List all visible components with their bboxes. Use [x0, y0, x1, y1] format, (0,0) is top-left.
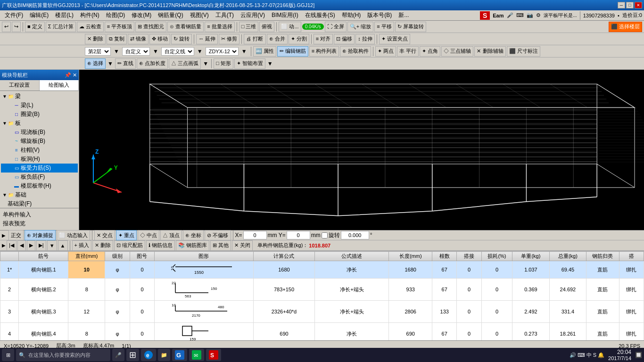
btn-flat[interactable]: ≡ 平移 [374, 22, 394, 32]
btn-select[interactable]: ⊕ 选择 [85, 58, 106, 69]
btn-point-angle[interactable]: ✦ 点角 [420, 46, 440, 57]
btn-ortho[interactable]: 正交 [8, 230, 24, 240]
btn-extend[interactable]: ↔ 延伸 [196, 34, 218, 44]
btn-member-list[interactable]: ≡ 构件列表 [309, 46, 339, 57]
app-btn-edge[interactable]: e [141, 349, 156, 361]
btn-merge[interactable]: ⊕ 合并 [267, 34, 288, 44]
tree-item-spiral-slab[interactable]: ~ 螺旋板(B) [1, 137, 78, 146]
btn-down[interactable]: ▼ [47, 240, 57, 251]
custom-select[interactable]: 自定义 [122, 47, 150, 56]
menu-edit[interactable]: 编辑(E) [27, 10, 51, 20]
tree-item-beam[interactable]: ▼ 📁 梁 [1, 92, 78, 101]
btn-other[interactable]: ⊞ 其他 [210, 240, 231, 251]
tree-item-floor-strip[interactable]: ▬ 楼层板带(H) [1, 181, 78, 190]
btn-last[interactable]: ▶| [36, 240, 46, 251]
x-input[interactable] [243, 231, 267, 239]
btn-copy[interactable]: ⧉ 复制 [107, 34, 127, 44]
tree-item-report[interactable]: 报表预览 [2, 219, 77, 228]
btn-split[interactable]: ✦ 分割 [289, 34, 309, 44]
close-button[interactable]: ✕ [635, 2, 642, 8]
expand-foundation[interactable]: ▼ [2, 192, 8, 197]
btn-edit-rebar[interactable]: ✏ 编辑钢筋 [277, 46, 308, 57]
menu-draw[interactable]: 绘图(D) [103, 10, 128, 20]
menu-bim[interactable]: BIM应用(I) [269, 10, 301, 20]
btn-batch-select[interactable]: ≡ 批量选择 [205, 22, 234, 32]
tree-item-found-beam[interactable]: 基础梁(F) [1, 199, 78, 208]
tree-item-foundation[interactable]: ▼ 📁 基础 [1, 190, 78, 199]
floor-select[interactable]: 第2层 [85, 47, 111, 56]
btn-scale-rebar[interactable]: ⊡ 缩尺配筋 [114, 240, 145, 251]
app-btn-5[interactable]: ✉ [189, 349, 204, 361]
table-row[interactable]: 3 横向钢筋.3 12 φ 0 10 2170 480 2326+40*d 净长… [0, 301, 644, 323]
btn-prev[interactable]: ◀ [17, 240, 26, 251]
btn-up[interactable]: ▲ [58, 240, 68, 251]
menu-version[interactable]: 版本号(B) [364, 10, 395, 20]
code-select[interactable]: ZDYX-12 [206, 47, 239, 56]
btn-insert[interactable]: + 插入 [72, 240, 91, 251]
settings-icon[interactable]: ⚙ [536, 12, 541, 18]
btn-rotate-screen[interactable]: ↻ 屏幕旋转 [395, 22, 426, 32]
menu-file[interactable]: 文件(F) [2, 10, 26, 20]
btn-next-nav[interactable]: ▶ [27, 240, 35, 251]
menu-online[interactable]: 在线服务(S) [302, 10, 338, 20]
btn-arc[interactable]: △ 三点画弧 [169, 58, 201, 69]
menu-member[interactable]: 构件(N) [77, 10, 102, 20]
start-button[interactable]: ⊞ [2, 349, 14, 361]
nav-pin[interactable]: 📌 [65, 72, 71, 78]
tab-project-settings[interactable]: 工程设置 [0, 80, 40, 90]
btn-select-floor[interactable]: ⬛ 选择楼层 [609, 22, 642, 32]
btn-redo[interactable]: ↪ [12, 22, 21, 32]
btn-undo[interactable]: ↩ [2, 22, 11, 32]
btn-dynamic[interactable]: ⬜ 动... [279, 22, 301, 32]
tab-drawing-input[interactable]: 绘图输入 [40, 80, 79, 90]
tree-item-hole[interactable]: □ 板洞(H) [1, 155, 78, 164]
tree-item-liang-l[interactable]: ─ 梁(L) [1, 101, 78, 110]
rotate-check[interactable] [322, 232, 328, 239]
btn-parallel[interactable]: 丰 平行 [397, 46, 419, 57]
btn-dim-label[interactable]: ⬛ 尺寸标注 [507, 46, 540, 57]
btn-first[interactable]: |◀ [7, 240, 17, 251]
btn-cloud-check[interactable]: ☁ 云检查 [77, 22, 104, 32]
app-btn-3[interactable]: 📁 [158, 349, 170, 361]
btn-point-len[interactable]: ⊕ 点加长度 [137, 58, 168, 69]
btn-flat-top[interactable]: ≡ 平齐板顶 [105, 22, 134, 32]
btn-two-point[interactable]: ✦ 两点 [375, 46, 396, 57]
btn-delete[interactable]: ✕ 删除 [85, 34, 106, 44]
btn-view-rebar[interactable]: ⊙ 查看钢筋量 [167, 22, 204, 32]
btn-align[interactable]: ≡ 对齐 [314, 34, 333, 44]
btn-print[interactable]: 🖨 打断 [244, 34, 265, 44]
line-type-select[interactable]: 自定义线 [161, 47, 194, 56]
btn-3d[interactable]: □ 三维 [239, 22, 259, 32]
btn-move[interactable]: ✥ 移动 [149, 34, 170, 44]
menu-cloud[interactable]: 云应用(V) [238, 10, 268, 20]
tree-item-cast-slab[interactable]: ▭ 现浇板(B) [1, 128, 78, 137]
tree-item-circle-beam[interactable]: □ 圈梁(B) [1, 110, 78, 119]
btn-vertex[interactable]: △ 顶点 [160, 230, 182, 240]
app-btn-1[interactable]: ⊞ [126, 349, 139, 361]
tree-item-slab[interactable]: ▼ 📁 板 [1, 119, 78, 128]
btn-rebar-lib[interactable]: 📚 钢筋图库 [176, 240, 209, 251]
keyboard-icon[interactable]: ⌨ [516, 12, 524, 18]
btn-line[interactable]: ✏ 直线 [115, 58, 136, 69]
tree-item-single-member[interactable]: 单构件输入 [2, 210, 77, 219]
menu-rebar-qty[interactable]: 钢筋量(Q) [155, 10, 186, 20]
btn-find-element[interactable]: ⊞ 查找图元 [135, 22, 166, 32]
menu-new[interactable]: 新... [396, 10, 412, 20]
btn-define[interactable]: ■ 定义 [25, 22, 45, 32]
btn-trim[interactable]: ✂ 修剪 [219, 34, 239, 44]
btn-smart-layout[interactable]: ✦ 智能布置 [234, 58, 265, 69]
nav-close[interactable]: ✕ [73, 72, 77, 78]
menu-help[interactable]: 帮助(H) [339, 10, 364, 20]
search-button[interactable]: 🔍 在这里输入你要搜索的内容 [16, 349, 110, 361]
btn-properties[interactable]: 🔤 属性 [253, 46, 276, 57]
btn-snap[interactable]: ⊕ 对象捕捉 [25, 230, 56, 240]
btn-mirror[interactable]: ⇄ 镜像 [128, 34, 149, 44]
btn-pull[interactable]: ↕ 拉伸 [355, 34, 375, 44]
btn-offset[interactable]: ⊡ 偏移 [334, 34, 355, 44]
maximize-button[interactable]: □ [626, 2, 634, 8]
table-row[interactable]: 2 横向钢筋.2 8 φ 0 22 563 150 783+150 净长+端头 … [0, 279, 644, 301]
menu-view[interactable]: 视图(V) [187, 10, 212, 20]
btn-rect[interactable]: □ 矩形 [214, 58, 233, 69]
btn-fullscreen[interactable]: ⛶ 全屏 [325, 22, 347, 32]
btn-grid-delete[interactable]: ✕ 删除 [92, 240, 113, 251]
